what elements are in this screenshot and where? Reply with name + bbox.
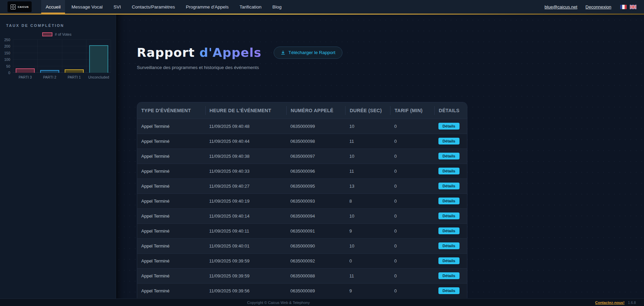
table-row: Appel Terminé 11/09/2025 09:40:44 063500… xyxy=(137,134,467,149)
table-row: Appel Terminé 11/09/2025 09:40:01 063500… xyxy=(137,238,467,253)
details-button[interactable]: Détails xyxy=(438,153,460,159)
details-button[interactable]: Détails xyxy=(438,183,460,189)
download-icon xyxy=(281,50,285,55)
cell-duration: 11 xyxy=(345,169,390,174)
cell-tariff: 0 xyxy=(390,228,434,234)
nav-item-tarification[interactable]: Tarification xyxy=(235,0,266,14)
column-header-details: DÉTAILS xyxy=(434,106,467,115)
bar-unconcluded xyxy=(89,45,108,73)
top-nav: CAICUS AccueilMessage VocalSVIContacts/P… xyxy=(0,0,644,14)
logo-text: CAICUS xyxy=(18,5,29,8)
chart-y-axis: 250200150100500 xyxy=(3,40,13,73)
cell-duration: 11 xyxy=(345,139,390,144)
cell-duration: 0 xyxy=(345,258,390,264)
legend-label: # of Votes xyxy=(55,32,71,36)
cell-called-number: 0635000090 xyxy=(286,243,345,249)
details-button[interactable]: Détails xyxy=(438,168,460,174)
app-window: CAICUS AccueilMessage VocalSVIContacts/P… xyxy=(0,0,644,306)
user-email-link[interactable]: blue@caicus.net xyxy=(545,4,577,10)
cell-event-type: Appel Terminé xyxy=(137,124,205,129)
completion-chart: # of Votes 250200150100500 PARTI 3PARTI … xyxy=(3,32,111,79)
contact-link[interactable]: Contactez-nous! xyxy=(595,301,624,305)
cell-duration: 10 xyxy=(345,214,390,219)
cell-event-time: 11/09/2025 09:40:44 xyxy=(205,139,286,144)
chart-category-slot xyxy=(37,40,62,73)
table-row: Appel Terminé 11/09/2025 09:40:48 063500… xyxy=(137,119,467,134)
page-title-secondary: d'Appels xyxy=(199,46,261,60)
cell-called-number: 0635000094 xyxy=(286,214,345,219)
cell-called-number: 0635000091 xyxy=(286,228,345,234)
page-title: Rapport d'Appels xyxy=(137,46,261,60)
y-tick-label: 150 xyxy=(4,51,10,55)
cell-event-time: 11/09/2025 09:40:48 xyxy=(205,124,286,129)
french-flag-icon[interactable] xyxy=(620,5,627,9)
y-tick-label: 50 xyxy=(6,64,10,68)
y-tick-label: 100 xyxy=(4,57,10,62)
cell-event-type: Appel Terminé xyxy=(137,273,205,278)
table-row: Appel Terminé 11/09/2025 09:40:27 063500… xyxy=(137,178,467,193)
cell-tariff: 0 xyxy=(390,139,434,144)
details-button[interactable]: Détails xyxy=(438,242,460,249)
details-button[interactable]: Détails xyxy=(438,123,460,130)
app-logo[interactable]: CAICUS xyxy=(7,1,32,12)
nav-item-blog[interactable]: Blog xyxy=(268,0,286,14)
y-tick-label: 0 xyxy=(8,71,10,75)
details-button[interactable]: Détails xyxy=(438,138,460,144)
cell-event-time: 11/09/2025 09:40:14 xyxy=(205,214,286,219)
details-button[interactable]: Détails xyxy=(438,198,460,204)
sidebar: TAUX DE COMPLÉTION # of Votes 2502001501… xyxy=(0,15,116,306)
nav-item-accueil[interactable]: Accueil xyxy=(41,0,65,14)
bar-parti-2 xyxy=(40,70,59,73)
details-button[interactable]: Détails xyxy=(438,227,460,234)
bar-parti-1 xyxy=(65,69,84,73)
x-tick-label: PARTI 2 xyxy=(37,75,62,79)
cell-event-time: 11/09/2025 09:40:38 xyxy=(205,154,286,159)
nav-item-contacts-param-tres[interactable]: Contacts/Paramètres xyxy=(127,0,179,14)
table-row: Appel Terminé 11/09/2025 09:40:38 063500… xyxy=(137,149,467,164)
cell-event-type: Appel Terminé xyxy=(137,139,205,144)
column-header-duration: DURÉE (SEC) xyxy=(345,106,390,115)
cell-event-type: Appel Terminé xyxy=(137,169,205,174)
download-button-label: Télécharger le Rapport xyxy=(288,50,335,55)
chart-category-slot xyxy=(62,40,86,73)
cell-duration: 9 xyxy=(345,288,390,293)
cell-duration: 13 xyxy=(345,184,390,189)
cell-called-number: 0635000092 xyxy=(286,258,345,264)
english-flag-icon[interactable] xyxy=(630,5,637,9)
cell-event-type: Appel Terminé xyxy=(137,184,205,189)
main-content: Rapport d'Appels Télécharger le Rapport … xyxy=(116,15,644,306)
cell-tariff: 0 xyxy=(390,243,434,249)
chart-category-slot xyxy=(86,40,111,73)
column-header-event-type: TYPE D'ÉVÉNEMENT xyxy=(137,106,205,115)
logout-link[interactable]: Deconnexion xyxy=(585,4,611,10)
download-report-button[interactable]: Télécharger le Rapport xyxy=(274,47,342,59)
x-tick-label: Unconcluded xyxy=(86,75,111,79)
cell-event-type: Appel Terminé xyxy=(137,288,205,293)
table-row: Appel Terminé 11/09/2025 09:40:14 063500… xyxy=(137,208,467,223)
chart-category-slot xyxy=(13,40,37,73)
cell-tariff: 0 xyxy=(390,199,434,204)
page-title-primary: Rapport xyxy=(137,46,195,60)
language-switcher xyxy=(620,5,637,9)
table-row: Appel Terminé 11/09/2025 09:40:11 063500… xyxy=(137,223,467,238)
details-button[interactable]: Détails xyxy=(438,287,460,294)
cell-event-time: 11/09/2025 09:39:59 xyxy=(205,273,286,278)
details-button[interactable]: Détails xyxy=(438,213,460,219)
cell-event-type: Appel Terminé xyxy=(137,243,205,249)
nav-item-message-vocal[interactable]: Message Vocal xyxy=(67,0,107,14)
table-row: Appel Terminé 11/09/2025 09:39:59 063500… xyxy=(137,253,467,268)
cell-duration: 10 xyxy=(345,124,390,129)
cell-duration: 10 xyxy=(345,154,390,159)
cell-event-type: Appel Terminé xyxy=(137,214,205,219)
cell-called-number: 0635000088 xyxy=(286,273,345,278)
nav-item-svi[interactable]: SVI xyxy=(109,0,125,14)
nav-item-programme-d-appels[interactable]: Programme d'Appels xyxy=(181,0,233,14)
cell-event-time: 11/09/2025 09:40:19 xyxy=(205,199,286,204)
chart-legend[interactable]: # of Votes xyxy=(3,32,111,36)
table-row: Appel Terminé 11/09/2025 09:39:59 063500… xyxy=(137,268,467,283)
details-button[interactable]: Détails xyxy=(438,272,460,279)
cell-event-type: Appel Terminé xyxy=(137,258,205,264)
table-row: Appel Terminé 11/09/2025 09:39:56 063500… xyxy=(137,283,467,298)
chart-title: TAUX DE COMPLÉTION xyxy=(0,23,116,28)
details-button[interactable]: Détails xyxy=(438,257,460,264)
